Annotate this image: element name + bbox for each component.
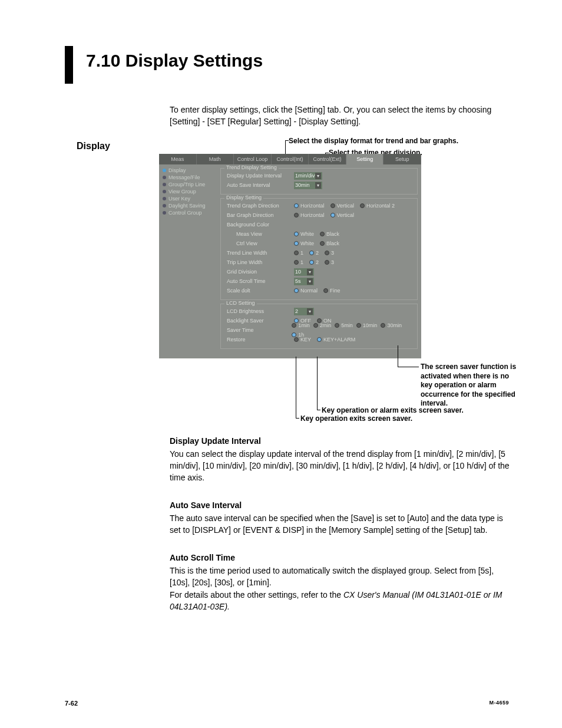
- radio-ctrl-white[interactable]: White: [294, 241, 314, 246]
- radio-bar-vertical[interactable]: Vertical: [330, 212, 355, 218]
- combo-value: 10: [295, 269, 301, 275]
- sidebar-item-control-group[interactable]: Control Group: [163, 209, 213, 216]
- radio-saver-2min[interactable]: 2min: [313, 322, 332, 328]
- radio-trip-3[interactable]: 3: [325, 259, 334, 265]
- radio-restore-key[interactable]: KEY: [294, 337, 311, 342]
- label-grid-division: Grid Division: [224, 269, 294, 275]
- bullet-icon: [163, 197, 166, 200]
- radio-icon: [330, 203, 335, 208]
- section-heading: Auto Scroll Time: [170, 552, 511, 564]
- combo-grid-division[interactable]: 10▾: [294, 268, 314, 276]
- combo-display-update-interval[interactable]: 1min/div▾: [294, 172, 322, 180]
- radio-saver-5min[interactable]: 5min: [335, 322, 353, 328]
- sidebar-item-message-file[interactable]: Message/File: [163, 174, 213, 181]
- section-para: This is the time period used to automati…: [170, 565, 511, 589]
- radio-icon: [294, 260, 299, 265]
- sidebar-item-daylight-saving[interactable]: Daylight Saving: [163, 202, 213, 209]
- radio-scale-fine[interactable]: Fine: [323, 288, 340, 294]
- sidebar-item-display[interactable]: Display: [163, 167, 213, 174]
- bullet-icon: [163, 211, 166, 215]
- radio-restore-key-alarm[interactable]: KEY+ALARM: [317, 337, 355, 342]
- radio-icon: [323, 288, 328, 293]
- radio-scale-normal[interactable]: Normal: [294, 288, 318, 294]
- combo-auto-scroll-time[interactable]: 5s▾: [294, 278, 314, 285]
- sidebar-item-user-key[interactable]: User Key: [163, 195, 213, 202]
- radio-icon: [294, 288, 299, 293]
- radio-trend-2[interactable]: 2: [309, 250, 319, 256]
- page-footer: 7-62 M-4659: [65, 700, 509, 707]
- section-title: 7.10 Display Settings: [65, 46, 509, 84]
- tab-control-loop[interactable]: Control Loop: [234, 154, 272, 164]
- label-lcd-brightness: LCD Brightness: [224, 308, 294, 314]
- bullet-icon: [163, 176, 166, 179]
- radio-trip-2[interactable]: 2: [309, 259, 319, 265]
- group-trend-display-setting: Trend Display Setting Display Update Int…: [220, 168, 418, 195]
- radio-trend-1[interactable]: 1: [294, 250, 303, 256]
- radio-icon: [325, 251, 329, 255]
- combo-auto-save-interval[interactable]: 30min▾: [294, 182, 322, 189]
- bullet-icon: [163, 169, 166, 172]
- radio-horizontal-2[interactable]: Horizontal 2: [360, 203, 395, 209]
- sidebar-item-group-trip-line[interactable]: Group/Trip Line: [163, 181, 213, 188]
- callout-display-format: Select the display format for trend and …: [289, 137, 507, 146]
- tab-control-int[interactable]: Control(Int): [272, 154, 309, 164]
- callout-line: [398, 345, 398, 367]
- radio-vertical[interactable]: Vertical: [330, 203, 355, 209]
- radio-meas-white[interactable]: White: [294, 231, 314, 237]
- section-heading: Auto Save Interval: [170, 499, 511, 511]
- radio-meas-black[interactable]: Black: [320, 231, 339, 237]
- radio-icon: [325, 260, 329, 265]
- sidebar-item-view-group[interactable]: View Group: [163, 188, 213, 195]
- label-bar-graph-direction: Bar Graph Direction: [224, 212, 294, 218]
- settings-panel: Trend Display Setting Display Update Int…: [217, 164, 421, 358]
- radio-horizontal[interactable]: Horizontal: [294, 203, 325, 209]
- tab-meas[interactable]: Meas: [159, 154, 197, 164]
- tab-setup[interactable]: Setup: [384, 154, 421, 164]
- radio-icon: [294, 203, 299, 208]
- radio-ctrl-black[interactable]: Black: [320, 241, 339, 246]
- section-para: For details about the other settings, re…: [170, 589, 511, 613]
- radio-icon: [330, 213, 335, 218]
- radio-trip-1[interactable]: 1: [294, 259, 303, 265]
- callout-line: [296, 418, 299, 419]
- group-display-setting: Display Setting Trend Graph Direction Ho…: [220, 198, 418, 300]
- radio-icon: [294, 251, 299, 255]
- radio-saver-10min[interactable]: 10min: [356, 322, 378, 328]
- bullet-icon: [163, 204, 166, 207]
- radio-icon: [360, 203, 365, 208]
- sidebar-label: Control Group: [168, 210, 202, 216]
- label-display-update-interval: Display Update Interval: [224, 173, 294, 179]
- tab-setting[interactable]: Setting: [346, 154, 384, 164]
- intro-paragraph: To enter display settings, click the [Se…: [170, 104, 509, 128]
- section-display-update-interval: Display Update Interval You can select t…: [170, 435, 511, 484]
- label-auto-save-interval: Auto Save Interval: [224, 182, 294, 188]
- label-ctrl-view: Ctrl View: [224, 241, 294, 246]
- radio-icon: [294, 232, 299, 236]
- settings-window: Meas Math Control Loop Control(Int) Cont…: [159, 154, 421, 358]
- sidebar-label: Daylight Saving: [168, 203, 206, 209]
- combo-value: 5s: [295, 278, 301, 284]
- chevron-down-icon: ▾: [315, 173, 321, 179]
- radio-saver-1min[interactable]: 1min: [292, 322, 310, 328]
- combo-value: 1min/div: [295, 173, 315, 179]
- radio-icon: [356, 323, 361, 328]
- tab-math[interactable]: Math: [197, 154, 234, 164]
- sidebar-label: View Group: [168, 189, 196, 195]
- combo-lcd-brightness[interactable]: 2▾: [294, 308, 314, 315]
- radio-bar-horizontal[interactable]: Horizontal: [294, 212, 325, 218]
- callout-saver-function: The screen saver function is activated w…: [421, 363, 517, 409]
- page-number: 7-62: [65, 700, 78, 707]
- tab-control-ext[interactable]: Control(Ext): [309, 154, 346, 164]
- radio-saver-30min[interactable]: 30min: [381, 322, 402, 328]
- sidebar-label: Message/File: [168, 174, 200, 180]
- label-auto-scroll-time: Auto Scroll Time: [224, 278, 294, 284]
- title-accent-bar: [65, 46, 73, 84]
- label-background-color: Background Color: [224, 222, 294, 228]
- group-title: Display Setting: [224, 195, 263, 200]
- chevron-down-icon: ▾: [315, 182, 321, 189]
- combo-value: 2: [295, 308, 298, 314]
- section-heading: Display Update Interval: [170, 435, 511, 447]
- section-para: You can select the display update interv…: [170, 448, 511, 484]
- section-para: The auto save interval can be specified …: [170, 512, 511, 536]
- radio-trend-3[interactable]: 3: [325, 250, 334, 256]
